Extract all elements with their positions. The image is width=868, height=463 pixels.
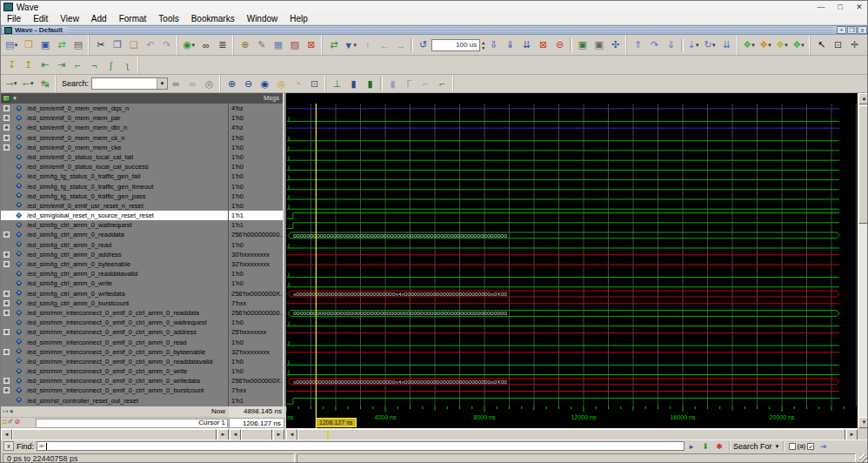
find-close-button[interactable]: x bbox=[3, 441, 14, 451]
remove-cursor-icon[interactable]: ⊘ bbox=[15, 418, 21, 426]
expand-plus-icon[interactable]: + bbox=[3, 349, 10, 355]
cursor-mode-button[interactable]: Ⅱ bbox=[864, 37, 868, 52]
close-button[interactable]: ✕ bbox=[850, 2, 868, 12]
find-down-button[interactable]: ⬇ bbox=[699, 441, 711, 452]
restart-button[interactable]: ↺ bbox=[416, 37, 431, 52]
vertical-scrollbar[interactable]: ▲ ▼ bbox=[858, 93, 868, 428]
search-options-button[interactable]: ◎ bbox=[202, 77, 217, 91]
expand-plus-icon[interactable]: + bbox=[3, 261, 10, 267]
chevron-down-icon[interactable]: ▼ bbox=[157, 78, 167, 89]
show-list-button[interactable]: ≣ bbox=[215, 37, 230, 52]
wave-grid-button[interactable]: ▦ bbox=[270, 37, 285, 52]
zoom-range-button[interactable]: ◔ bbox=[290, 77, 305, 91]
msgs-header[interactable]: Msgs bbox=[229, 93, 283, 104]
wave-view-blue-button[interactable]: ▮ bbox=[346, 77, 361, 91]
menu-help[interactable]: Help bbox=[284, 14, 314, 23]
prev-transition-button[interactable]: ⇤ bbox=[37, 57, 52, 72]
chevron-down-icon[interactable]: ▼ bbox=[190, 43, 196, 48]
minimize-button[interactable]: — bbox=[811, 2, 831, 12]
window-cascade-4-button[interactable]: ❖▼ bbox=[791, 37, 806, 52]
cursor1-row[interactable]: ◘✐⊘ Cursor 1 bbox=[1, 418, 229, 429]
expand-plus-icon[interactable]: + bbox=[3, 105, 10, 111]
signal-row[interactable]: +/ed_sim/tg_ctrl_amm_0_burstcount bbox=[1, 299, 228, 308]
signal-row[interactable]: +/ed_sim/mm_interconnect_0_emif_0_ctrl_a… bbox=[1, 308, 228, 318]
subwindow-titlebar[interactable]: Wave - Default +❐x bbox=[1, 25, 868, 35]
signal-row[interactable]: +/ed_sim/mm_interconnect_0_emif_0_ctrl_a… bbox=[1, 376, 228, 386]
wave-view-gray-button[interactable]: ▮ bbox=[385, 77, 400, 91]
zoom-in-button[interactable]: ⊕ bbox=[224, 77, 239, 91]
signal-row[interactable]: /ed_sim/tg_ctrl_amm_0_readdatavalid bbox=[1, 269, 228, 278]
timeline-ruler[interactable]: 0 ns4000 ns8000 ns12000 ns16000 ns20000 … bbox=[286, 406, 858, 428]
menu-bookmarks[interactable]: Bookmarks bbox=[185, 14, 241, 23]
next-transition-button[interactable]: ⇥ bbox=[54, 57, 69, 72]
waveform-canvas[interactable]: 0000000000000000000000000000000000000000… bbox=[286, 93, 858, 406]
expand-plus-icon[interactable]: + bbox=[3, 378, 10, 384]
scroll-down-button[interactable]: ▼ bbox=[858, 417, 868, 428]
expand-plus-icon[interactable]: + bbox=[3, 144, 10, 151]
signal-row[interactable]: +/ed_sim/emif_0_mem_mem_dbi_n bbox=[1, 123, 228, 132]
scroll-up-button[interactable]: ▲ bbox=[858, 93, 868, 104]
chevron-down-icon[interactable]: ▼ bbox=[711, 43, 717, 48]
chevron-down-icon[interactable]: ▼ bbox=[695, 43, 700, 48]
wave-view-green-button[interactable]: ▮ bbox=[363, 77, 377, 91]
signal-row[interactable]: /ed_sim/tg_ctrl_amm_0_waitrequest bbox=[1, 220, 228, 230]
find-regex-button[interactable]: ✱ bbox=[713, 441, 725, 452]
insert-cursor-button[interactable]: ↧ bbox=[4, 57, 19, 72]
stop-button[interactable]: ⊝ bbox=[552, 37, 567, 52]
redo-button[interactable]: ↷ bbox=[159, 37, 174, 52]
chevron-down-icon[interactable]: ▼ bbox=[767, 43, 772, 48]
chevron-down-icon[interactable]: ▼ bbox=[800, 43, 805, 48]
edge-style-2-button[interactable]: ⌐ bbox=[418, 77, 433, 91]
move-up-button[interactable]: ⇑ bbox=[631, 37, 645, 52]
expand-plus-icon[interactable]: + bbox=[3, 135, 10, 141]
signal-row[interactable]: /ed_sim/tg_tg_status_0_traffic_gen_fail bbox=[1, 171, 228, 181]
run-all-button[interactable]: ⇊ bbox=[519, 37, 534, 52]
delete-cursor-button[interactable]: ↥ bbox=[21, 57, 36, 72]
find-binoculars-button[interactable]: ∞ bbox=[198, 37, 213, 52]
sim-settings-button[interactable]: ▼▼ bbox=[343, 37, 358, 52]
remove-time-button[interactable]: ⇽▼ bbox=[21, 77, 36, 91]
chevron-down-icon[interactable]: ▼ bbox=[775, 444, 780, 449]
signal-row[interactable]: +/ed_sim/tg_ctrl_amm_0_readdata bbox=[1, 230, 228, 239]
run-length-spinner-arrows[interactable]: ▲▼ bbox=[481, 40, 485, 50]
values-hscrollbar[interactable]: ◄ ► bbox=[230, 428, 284, 440]
names-hscrollbar[interactable]: ◄ ► bbox=[1, 428, 229, 440]
refresh-displays-button[interactable]: ✣ bbox=[608, 37, 623, 52]
run-length-spinner[interactable]: 100 us bbox=[431, 39, 480, 51]
reload-button[interactable]: ⇄ bbox=[54, 37, 69, 52]
signal-row[interactable]: /ed_sim/emif_0_status_local_cal_success bbox=[1, 162, 228, 171]
copy-button[interactable]: ❐ bbox=[110, 37, 124, 52]
edge-style-3-button[interactable]: ⌐ bbox=[435, 77, 450, 91]
window-cascade-2-button[interactable]: ❖▼ bbox=[758, 37, 773, 52]
signal-row[interactable]: /ed_sim/mm_interconnect_0_emif_0_ctrl_am… bbox=[1, 357, 228, 366]
menu-format[interactable]: Format bbox=[113, 14, 153, 23]
delete-wave-button[interactable]: ⊠ bbox=[304, 37, 318, 52]
expand-time-button[interactable]: ↹ bbox=[37, 77, 52, 91]
signal-row[interactable]: /ed_sim/tg_ctrl_amm_0_write bbox=[1, 278, 228, 288]
vertical-scroll-thumb[interactable] bbox=[858, 105, 868, 224]
wave-hscrollbar[interactable]: ◄ ► bbox=[286, 428, 858, 440]
edit-wave-button[interactable]: ✎ bbox=[254, 37, 269, 52]
insert-time-button[interactable]: ⇾▼ bbox=[4, 77, 19, 91]
expand-plus-icon[interactable]: + bbox=[3, 310, 10, 316]
signal-row[interactable]: /ed_sim/tg_tg_status_0_traffic_gen_pass bbox=[1, 191, 228, 201]
expand-plus-icon[interactable]: + bbox=[3, 300, 10, 306]
edge-style-1-button[interactable]: Γ bbox=[402, 77, 417, 91]
swap-view-button[interactable]: ⇄ bbox=[326, 37, 341, 52]
find-play-button[interactable]: ▸ bbox=[685, 441, 698, 452]
next-falling-edge-button[interactable]: ¬ bbox=[87, 57, 102, 72]
run-options-button[interactable]: ◉▼ bbox=[182, 37, 197, 52]
run-button[interactable]: ⇩ bbox=[486, 37, 501, 52]
signal-row[interactable]: /ed_sim/mm_interconnect_0_emif_0_ctrl_am… bbox=[1, 318, 228, 327]
signal-row[interactable]: /ed_sim/mm_interconnect_0_emif_0_ctrl_am… bbox=[1, 338, 228, 347]
zoom-mode-button[interactable]: ⊡ bbox=[831, 37, 845, 52]
expand-plus-icon[interactable]: + bbox=[3, 291, 10, 297]
break-button[interactable]: ⊠ bbox=[536, 37, 551, 52]
rotate-items-button[interactable]: ↻▼ bbox=[703, 37, 718, 52]
menu-window[interactable]: Window bbox=[241, 14, 284, 23]
menu-add[interactable]: Add bbox=[85, 14, 113, 23]
expand-plus-icon[interactable]: + bbox=[3, 252, 10, 258]
expand-plus-icon[interactable]: + bbox=[3, 387, 10, 393]
window-cascade-1-button[interactable]: ❖▼ bbox=[742, 37, 757, 52]
expand-plus-icon[interactable]: + bbox=[3, 232, 10, 238]
